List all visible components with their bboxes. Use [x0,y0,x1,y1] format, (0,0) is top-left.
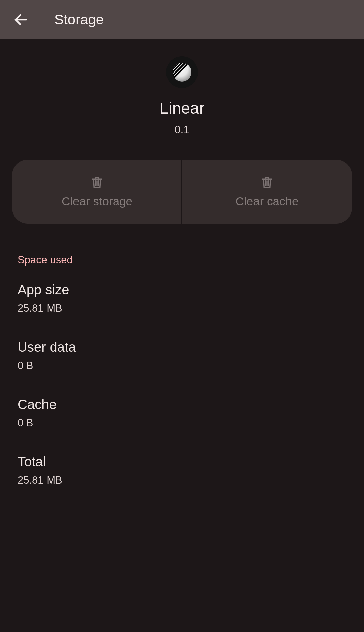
app-bar: Storage [0,0,364,39]
list-item-app-size: App size 25.81 MB [0,266,364,314]
app-info-section: Linear 0.1 [0,39,364,136]
list-item-total: Total 25.81 MB [0,429,364,486]
list-item-title: Total [18,454,346,469]
list-item-value: 0 B [18,360,346,372]
app-version: 0.1 [175,123,189,136]
list-item-user-data: User data 0 B [0,314,364,372]
back-arrow-icon[interactable] [13,11,29,28]
linear-app-icon [172,62,192,82]
clear-storage-button[interactable]: Clear storage [12,160,182,224]
list-item-value: 25.81 MB [18,474,346,486]
action-buttons-row: Clear storage Clear cache [12,160,352,224]
clear-cache-label: Clear cache [236,195,299,208]
trash-icon [260,175,274,189]
space-used-header: Space used [0,224,364,266]
list-item-title: App size [18,282,346,297]
trash-icon [90,175,104,189]
clear-storage-label: Clear storage [62,195,132,208]
list-item-value: 0 B [18,417,346,429]
list-item-title: Cache [18,397,346,412]
list-item-value: 25.81 MB [18,302,346,314]
page-title: Storage [54,11,104,28]
app-icon-container [166,56,198,88]
app-name: Linear [159,99,204,117]
clear-cache-button[interactable]: Clear cache [182,160,352,224]
list-item-title: User data [18,340,346,355]
list-item-cache: Cache 0 B [0,372,364,429]
